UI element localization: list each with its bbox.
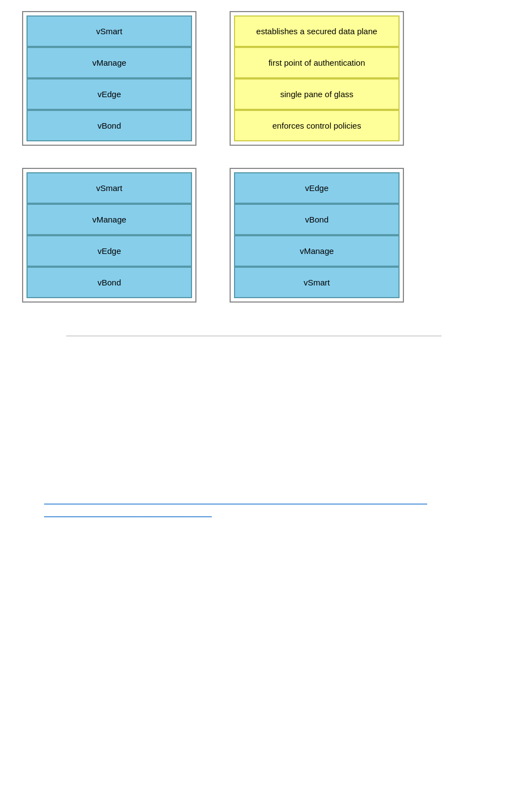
- section2-matching: vSmart vManage vEdge vBond vEdge vBond v…: [22, 168, 510, 303]
- section1-right-column: establishes a secured data plane first p…: [230, 11, 404, 146]
- section1-left-item-4[interactable]: vBond: [26, 110, 192, 141]
- section1-left-item-2[interactable]: vManage: [26, 47, 192, 78]
- section2-left-item-3[interactable]: vEdge: [26, 235, 192, 267]
- link-1[interactable]: ________________________________________…: [44, 496, 488, 505]
- section2-right-item-2[interactable]: vBond: [234, 204, 400, 235]
- section2-left-item-1[interactable]: vSmart: [26, 172, 192, 204]
- divider-1: [66, 336, 441, 336]
- section1-left-item-1[interactable]: vSmart: [26, 15, 192, 47]
- section2-left-item-2[interactable]: vManage: [26, 204, 192, 235]
- section2-right-item-1[interactable]: vEdge: [234, 172, 400, 204]
- section1-right-item-3[interactable]: single pane of glass: [234, 78, 400, 110]
- section1-left-item-3[interactable]: vEdge: [26, 78, 192, 110]
- bottom-links-area: ________________________________________…: [22, 485, 510, 528]
- section1-left-column: vSmart vManage vEdge vBond: [22, 11, 196, 146]
- section2-left-item-4[interactable]: vBond: [26, 267, 192, 298]
- link-2[interactable]: ________________________________________…: [44, 509, 488, 517]
- section2-left-column: vSmart vManage vEdge vBond: [22, 168, 196, 303]
- section1-right-item-2[interactable]: first point of authentication: [234, 47, 400, 78]
- section2-right-item-3[interactable]: vManage: [234, 235, 400, 267]
- section1-matching: vSmart vManage vEdge vBond establishes a…: [22, 11, 510, 146]
- section2-right-column: vEdge vBond vManage vSmart: [230, 168, 404, 303]
- section2-right-item-4[interactable]: vSmart: [234, 267, 400, 298]
- section1-right-item-1[interactable]: establishes a secured data plane: [234, 15, 400, 47]
- section1-right-item-4[interactable]: enforces control policies: [234, 110, 400, 141]
- empty-area: [22, 353, 510, 474]
